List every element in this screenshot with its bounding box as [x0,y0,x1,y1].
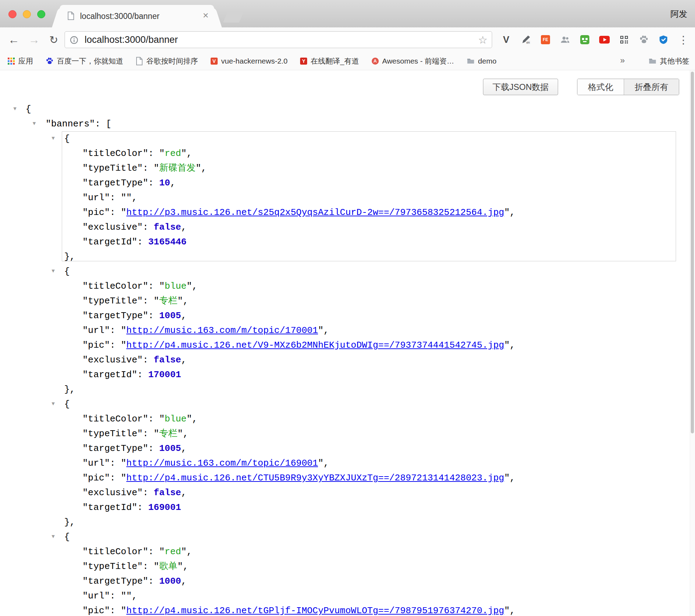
json-value-number: 1005 [159,443,181,454]
browser-tab[interactable]: localhost:3000/banner × [60,5,214,27]
bookmark-label: Awesomes - 前端资… [382,56,454,66]
json-value-boolean: false [154,487,181,498]
json-object-close-row: }, [0,249,688,264]
json-field-row: "targetType": 1000, [0,574,688,589]
svg-text:en: en [527,41,530,44]
json-field-row: "typeTitle": "专栏", [0,426,688,441]
json-field-row: "exclusive": false, [0,353,688,367]
json-link[interactable]: http://p3.music.126.net/s25q2x5QyqsAzilC… [126,207,504,218]
json-field-row: "targetId": 169001 [0,500,688,515]
bookmark-item[interactable]: demo [467,57,497,65]
json-field-row: "pic": "http://p4.music.126.net/tGPljf-I… [0,603,688,616]
collapse-triangle-icon[interactable]: ▼ [52,530,55,544]
shield-check-icon[interactable] [654,27,673,52]
json-banners-key-row: ▼"banners": [ [0,117,688,131]
youtube-icon[interactable] [595,27,614,52]
forward-icon[interactable]: → [26,27,42,52]
vimium-icon[interactable]: V [496,27,516,52]
collapse-triangle-icon[interactable]: ▼ [52,131,55,146]
download-json-button[interactable]: 下载JSON数据 [483,79,558,95]
bookmark-item[interactable]: AAwesomes - 前端资… [372,56,454,66]
json-link[interactable]: http://p4.music.126.net/V9-MXz6b2MNhEKju… [126,340,504,350]
chrome-menu-icon[interactable]: ⋮ [676,27,691,52]
bookmark-item[interactable]: 百度一下，你就知道 [46,56,123,66]
bookmark-star-icon[interactable]: ☆ [478,34,488,46]
bookmark-item[interactable]: 谷歌按时间排序 [136,56,198,66]
json-value-string: 专栏 [159,296,177,306]
json-field-row: "url": "http://music.163.com/m/topic/169… [0,456,688,471]
format-button[interactable]: 格式化 [577,79,624,95]
baidu-paw-icon [46,57,53,65]
json-object-close-row: }, [0,515,688,530]
reload-icon[interactable]: ↻ [46,27,62,52]
bookmark-label: 应用 [18,56,33,66]
json-field-row: "url": "", [0,190,688,205]
bookmark-item[interactable]: Y在线翻译_有道 [300,56,359,66]
close-tab-icon[interactable]: × [203,10,208,21]
bookmarks-bar: 应用百度一下，你就知道谷歌按时间排序Vvue-hackernews-2.0Y在线… [0,52,695,70]
json-field-row: "pic": "http://p4.music.126.net/CTU5B9R9… [0,471,688,485]
qr-code-icon[interactable] [614,27,634,52]
minimize-window-button[interactable] [23,10,31,18]
json-tree: ▼{ ▼"banners": [ ▼{"titleColor": "red","… [0,102,688,616]
json-field-row: "typeTitle": "新碟首发", [0,161,688,176]
bookmark-label: vue-hackernews-2.0 [221,57,287,65]
zoom-window-button[interactable] [37,10,45,18]
banner-object: ▼{"titleColor": "red","typeTitle": "歌单",… [0,530,688,616]
page-info-icon[interactable] [70,36,78,46]
people-icon[interactable] [555,27,575,52]
format-collapse-group: 格式化 折叠所有 [577,79,679,95]
address-bar[interactable]: localhost:3000/banner ☆ [65,31,492,48]
tab-title: localhost:3000/banner [80,12,159,21]
scrollbar-thumb[interactable] [691,72,694,433]
back-icon[interactable]: ← [6,27,22,52]
youdao-icon: Y [300,58,307,65]
bookmark-label: 在线翻译_有道 [311,56,359,66]
scrollbar[interactable] [690,70,695,616]
vue-icon: V [211,58,218,65]
json-object-open-row: ▼{ [0,530,688,544]
json-link[interactable]: http://p4.music.126.net/CTU5B9R9y3XyYBZX… [126,473,504,483]
json-value-string: blue [165,281,186,291]
json-link[interactable]: http://p4.music.126.net/tGPljf-IMOCyPvum… [126,605,504,616]
paw-extension-icon[interactable] [634,27,654,52]
json-link[interactable]: http://music.163.com/m/topic/170001 [126,325,318,336]
banner-object: ▼{"titleColor": "blue","typeTitle": "专栏"… [0,397,688,530]
json-field-row: "targetType": 1005, [0,308,688,323]
json-value-string: 专栏 [159,428,177,439]
json-value-string: 新碟首发 [159,163,196,173]
page-content: 下载JSON数据 格式化 折叠所有 ▼{ ▼"banners": [ ▼{"ti… [0,70,695,616]
bookmarks-overflow-icon[interactable]: » [620,55,625,65]
collapse-triangle-icon[interactable]: ▼ [33,117,36,131]
green-extension-icon[interactable] [575,27,595,52]
fe-icon[interactable]: FE [536,27,555,52]
json-field-row: "exclusive": false, [0,220,688,235]
collapse-triangle-icon[interactable]: ▼ [52,264,55,279]
json-field-row: "pic": "http://p4.music.126.net/V9-MXz6b… [0,338,688,353]
extensions-row: VenFE [496,27,673,52]
json-field-row: "url": "http://music.163.com/m/topic/170… [0,323,688,338]
banners-list: ▼{"titleColor": "red","typeTitle": "新碟首发… [0,131,688,616]
bookmark-label: 百度一下，你就知道 [57,56,123,66]
json-link[interactable]: http://music.163.com/m/topic/169001 [126,458,318,468]
folder-icon [649,58,656,64]
bookmark-item[interactable]: Vvue-hackernews-2.0 [211,57,287,65]
close-window-button[interactable] [8,10,16,18]
collapse-triangle-icon[interactable]: ▼ [13,102,16,117]
address-url: localhost:3000/banner [85,34,178,45]
new-tab-button[interactable] [223,11,244,22]
profile-name[interactable]: 阿发 [670,8,687,20]
json-field-row: "titleColor": "blue", [0,279,688,294]
collapse-triangle-icon[interactable]: ▼ [52,397,55,412]
collapse-all-button[interactable]: 折叠所有 [624,79,679,95]
bookmark-item[interactable]: 应用 [8,56,33,66]
json-value-number: 3165446 [148,237,186,247]
translate-pen-icon[interactable]: en [516,27,536,52]
other-bookmarks-button[interactable]: 其他书签 [649,52,689,70]
nav-toolbar: ← → ↻ localhost:3000/banner ☆ VenFE ⋮ [0,27,695,52]
json-key: banners [51,119,90,129]
bookmark-label: demo [478,57,497,65]
json-field-row: "titleColor": "red", [0,544,688,559]
json-field-row: "titleColor": "blue", [0,412,688,426]
json-value-boolean: false [154,355,181,365]
